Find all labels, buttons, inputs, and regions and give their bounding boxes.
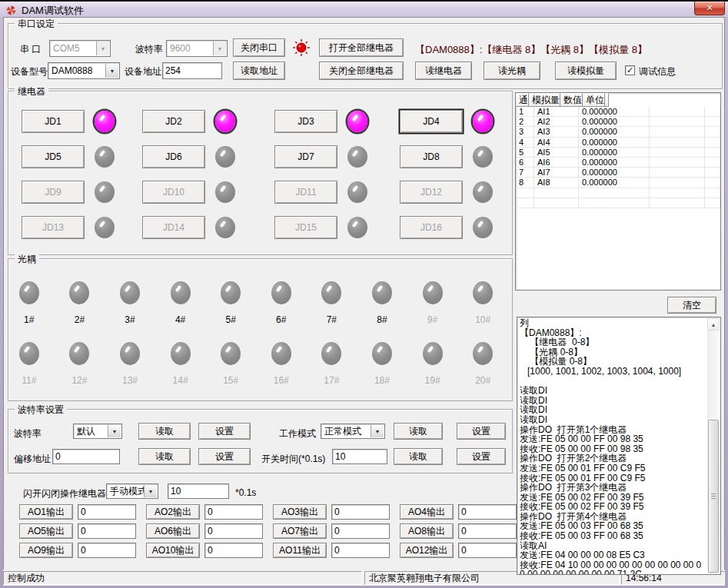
relay-button[interactable]: JD10 xyxy=(142,181,205,204)
ao-output-input[interactable] xyxy=(331,543,390,558)
scrollbar-thumb[interactable] xyxy=(708,420,719,573)
ao-output-button[interactable]: AO4输出 xyxy=(400,504,454,520)
ao-output-input[interactable] xyxy=(78,504,136,520)
ao-output-input[interactable] xyxy=(204,523,263,539)
relay-cell: JD2 xyxy=(142,110,274,133)
debug-info-checkbox[interactable]: ✓ xyxy=(625,65,635,75)
cell-channel: 8 xyxy=(516,178,534,188)
ao-output-button[interactable]: AO11输出 xyxy=(273,543,327,558)
ao-output-button[interactable]: AO5输出 xyxy=(19,523,73,539)
baud-set-button[interactable]: 设置 xyxy=(198,423,251,440)
ao-output-button[interactable]: AO10输出 xyxy=(146,543,200,558)
read-analog-button[interactable]: 读模拟量 xyxy=(555,61,617,80)
baud-read-button[interactable]: 读取 xyxy=(138,423,191,440)
relay-button[interactable]: JD11 xyxy=(274,181,337,204)
opto-cell: 12# xyxy=(55,342,105,386)
flash-time-input[interactable] xyxy=(168,483,229,499)
relay-button[interactable]: JD15 xyxy=(274,216,337,239)
baud-select[interactable]: 9600 ▼ xyxy=(166,40,228,57)
device-model-select[interactable]: DAM0888 ▼ xyxy=(48,62,120,79)
table-row[interactable]: 8 AI8 0.000000 xyxy=(516,178,720,188)
relay-button[interactable]: JD5 xyxy=(22,145,85,168)
relay-button[interactable]: JD1 xyxy=(22,110,85,133)
column-header[interactable]: 通 xyxy=(516,93,529,107)
ao-output-input[interactable] xyxy=(458,543,517,558)
serial-group-title: 串口设定 xyxy=(15,18,58,31)
baud-setting-select[interactable]: 默认 ▼ xyxy=(73,424,122,439)
relay-button[interactable]: JD4 xyxy=(400,110,463,133)
read-opto-button[interactable]: 读光耦 xyxy=(484,61,540,80)
work-mode-select[interactable]: 正常模式 ▼ xyxy=(321,424,385,439)
switch-time-set-button[interactable]: 设置 xyxy=(457,448,506,465)
offset-read-button[interactable]: 读取 xyxy=(138,448,191,465)
column-header[interactable]: 单位 xyxy=(583,93,605,107)
log-line: [1000, 1001, 1002, 1003, 1004, 1000] xyxy=(520,367,706,377)
switch-time-read-button[interactable]: 读取 xyxy=(394,448,443,465)
relay-button[interactable]: JD14 xyxy=(142,216,205,239)
opto-cell: 3# xyxy=(105,281,155,325)
com-port-select[interactable]: COM5 ▼ xyxy=(49,40,111,57)
ao-output-input[interactable] xyxy=(204,504,263,520)
table-row[interactable]: 3 AI3 0.000000 xyxy=(516,127,720,137)
ao-output-input[interactable] xyxy=(458,504,517,520)
ao-output-button[interactable]: AO1输出 xyxy=(19,504,73,520)
device-model-value: DAM0888 xyxy=(52,65,92,76)
relay-button[interactable]: JD16 xyxy=(400,216,463,239)
ao-output-input[interactable] xyxy=(331,504,390,520)
relay-led-indicator xyxy=(215,217,235,238)
offset-address-input[interactable] xyxy=(52,449,120,464)
cell-analog: AI3 xyxy=(534,127,579,137)
ao-output-input[interactable] xyxy=(331,523,390,539)
relay-button[interactable]: JD3 xyxy=(274,110,337,133)
relay-button[interactable]: JD9 xyxy=(22,181,85,204)
table-row[interactable]: 1 AI1 0.000000 xyxy=(516,107,720,117)
relay-button[interactable]: JD6 xyxy=(142,145,205,168)
read-address-button[interactable]: 读取地址 xyxy=(233,61,285,80)
clear-log-button[interactable]: 清空 xyxy=(667,297,716,314)
ao-output-button[interactable]: AO9输出 xyxy=(19,543,73,558)
relay-button[interactable]: JD13 xyxy=(22,216,85,239)
relay-button[interactable]: JD7 xyxy=(274,145,337,168)
relay-cell: JD7 xyxy=(274,145,400,168)
ao-output-input[interactable] xyxy=(458,523,517,539)
flash-mode-select[interactable]: 手动模式 ▼ xyxy=(106,483,158,499)
ao-output-button[interactable]: AO6输出 xyxy=(146,523,200,539)
chevron-down-icon: ▼ xyxy=(144,485,157,497)
close-button[interactable]: ✕ xyxy=(694,2,725,15)
ao-output-input[interactable] xyxy=(78,543,136,558)
ao-output-button[interactable]: AO2输出 xyxy=(146,504,200,520)
relay-button[interactable]: JD12 xyxy=(400,181,463,204)
ao-output-button[interactable]: AO3输出 xyxy=(273,504,327,520)
ao-output-button[interactable]: AO7输出 xyxy=(273,523,327,539)
column-header[interactable]: 数值 xyxy=(560,93,583,107)
log-panel[interactable]: 列 【DAM0888】: 【继电器 0-8】 【光耦 0-8】 【模拟量 0-8… xyxy=(517,317,721,575)
open-all-relays-button[interactable]: 打开全部继电器 xyxy=(319,38,404,57)
relay-button[interactable]: JD8 xyxy=(400,145,463,168)
close-serial-button[interactable]: 关闭串口 xyxy=(233,38,285,57)
work-mode-read-button[interactable]: 读取 xyxy=(394,423,443,440)
relay-button[interactable]: JD2 xyxy=(142,110,205,133)
table-row[interactable]: 7 AI7 0.000000 xyxy=(516,168,720,178)
opto-cell: 17# xyxy=(307,342,357,386)
table-row[interactable]: 6 AI6 0.000000 xyxy=(516,158,720,168)
table-row[interactable]: 2 AI2 0.000000 xyxy=(516,117,720,127)
offset-set-button[interactable]: 设置 xyxy=(198,448,251,465)
column-header[interactable] xyxy=(605,93,609,107)
scroll-up-icon[interactable]: ▲ xyxy=(707,318,720,331)
opto-led-indicator xyxy=(473,281,493,304)
ao-output-input[interactable] xyxy=(204,543,263,558)
work-mode-set-button[interactable]: 设置 xyxy=(457,423,506,440)
log-scrollbar[interactable]: ▲ xyxy=(707,318,720,573)
chevron-down-icon: ▼ xyxy=(105,64,118,78)
column-header[interactable]: 模拟量 xyxy=(529,93,560,107)
table-row[interactable]: 4 AI4 0.000000 xyxy=(516,138,720,148)
table-row[interactable]: 5 AI5 0.000000 xyxy=(516,148,720,158)
switch-time-input[interactable] xyxy=(332,449,387,464)
device-address-input[interactable] xyxy=(162,62,222,79)
ao-output-button[interactable]: AO8输出 xyxy=(400,523,454,539)
app-logo-icon xyxy=(5,5,17,16)
read-relays-button[interactable]: 读继电器 xyxy=(415,61,472,80)
ao-output-button[interactable]: AO12输出 xyxy=(400,543,454,558)
close-all-relays-button[interactable]: 关闭全部继电器 xyxy=(319,61,404,80)
ao-output-input[interactable] xyxy=(78,523,136,539)
